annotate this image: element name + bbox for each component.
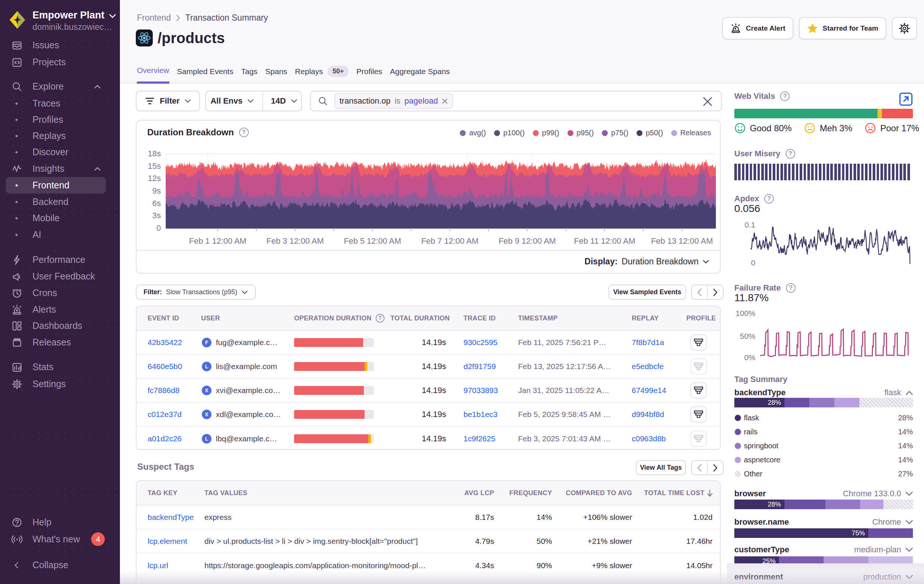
svg-text:Feb 9 12:00 AM: Feb 9 12:00 AM [498, 236, 556, 245]
svg-text:Feb 13 12:00 AM: Feb 13 12:00 AM [651, 236, 713, 245]
svg-text:Feb 1 12:00 AM: Feb 1 12:00 AM [189, 236, 246, 245]
svg-text:Feb 5 12:00 AM: Feb 5 12:00 AM [344, 236, 401, 245]
svg-text:15s: 15s [148, 161, 161, 171]
svg-text:18s: 18s [148, 149, 161, 158]
svg-text:0: 0 [157, 224, 161, 233]
svg-text:Feb 11 12:00 AM: Feb 11 12:00 AM [574, 236, 635, 245]
svg-text:Feb 7 12:00 AM: Feb 7 12:00 AM [421, 236, 478, 245]
svg-text:12s: 12s [148, 174, 161, 183]
svg-text:6s: 6s [152, 199, 161, 208]
svg-text:3s: 3s [152, 211, 161, 220]
svg-text:Feb 3 12:00 AM: Feb 3 12:00 AM [266, 236, 323, 245]
svg-text:9s: 9s [152, 186, 161, 196]
